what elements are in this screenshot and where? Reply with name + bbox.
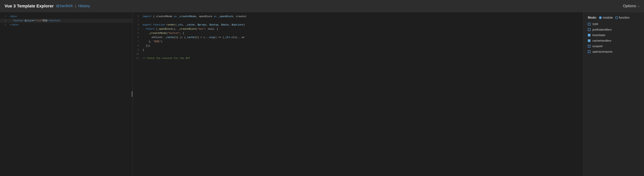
out-num-1: 1 [136, 15, 143, 19]
checkbox-prefixIdentifiers-box [588, 28, 590, 31]
radio-function-circle [615, 16, 618, 19]
radio-module-label: module [603, 16, 613, 19]
checkbox-scopeId[interactable]: scopeId [588, 45, 640, 48]
out-num-6: 6 [136, 35, 143, 40]
checkbox-hoistStatic-box [588, 34, 590, 37]
checkbox-cacheHandlers-box [588, 39, 590, 42]
checkbox-hoistStatic-label: hoistStatic [592, 34, 606, 37]
out-content-9: } [143, 48, 580, 52]
mode-label: Mode: [588, 16, 597, 19]
editor-line-2: 2 <button @click="cli"按钮</button> [0, 19, 133, 23]
history-link[interactable]: History [78, 4, 90, 8]
checkbox-optimizeImports[interactable]: optimizeImports [588, 50, 640, 53]
checkbox-ssr-label: SSR [592, 23, 598, 26]
app-title: Vue 3 Template Explorer [4, 4, 54, 9]
out-content-3: export function render(_ctx, _cache, $pr… [143, 23, 580, 27]
output-line-4: 4 return (_openBlock(), _createBlock("di… [133, 27, 583, 31]
checkbox-prefixIdentifiers-label: prefixIdentifiers [592, 28, 612, 31]
output-pane: 1 import { createVNode as _createVNode, … [133, 12, 583, 176]
output-line-8: 8 ])) [133, 44, 583, 48]
line-content-3: </div> [10, 23, 130, 27]
line-content-1: <div> [10, 15, 130, 19]
out-content-7: }, "按钮") [143, 40, 580, 44]
checkbox-scopeId-box [588, 45, 590, 48]
drag-handle[interactable] [132, 91, 133, 97]
out-num-10: 10 [136, 52, 143, 56]
output-line-7: 7 }, "按钮") [133, 40, 583, 44]
checkbox-ssr[interactable]: SSR [588, 23, 640, 26]
output-line-3: 3 export function render(_ctx, _cache, $… [133, 23, 583, 27]
output-line-6: 6 onClick: _cache[1] || (_cache[1] = (..… [133, 35, 583, 40]
out-content-6: onClick: _cache[1] || (_cache[1] = (...a… [143, 35, 580, 40]
out-num-5: 5 [136, 31, 143, 35]
radio-function-label: function [619, 16, 630, 19]
options-button[interactable]: Options ↘ [623, 4, 640, 8]
editor-line-1: 1 <div> [0, 15, 133, 19]
editor-line-3: 3 </div> [0, 23, 133, 27]
out-num-8: 8 [136, 44, 143, 48]
header-left: Vue 3 Template Explorer @2ae3b26 | Histo… [4, 4, 90, 9]
mode-row: Mode: module function [588, 16, 640, 19]
output-line-5: 5 _createVNode("button", { [133, 31, 583, 35]
output-line-11: 11 // Check the console for the AST [133, 56, 583, 60]
out-content-8: ])) [143, 44, 580, 48]
line-num-3: 3 [3, 23, 10, 27]
commit-link[interactable]: @2ae3b26 [56, 4, 73, 8]
out-num-11: 11 [136, 56, 143, 60]
checkbox-cacheHandlers[interactable]: cacheHandlers [588, 39, 640, 42]
checkbox-optimizeImports-label: optimizeImports [592, 50, 612, 53]
out-content-5: _createVNode("button", { [143, 31, 580, 35]
out-num-2: 2 [136, 19, 143, 23]
radio-module-circle [599, 16, 602, 19]
out-num-3: 3 [136, 23, 143, 27]
checkbox-scopeId-label: scopeId [592, 45, 602, 48]
options-pane: Mode: module function SSR prefixIdentifi… [583, 12, 644, 176]
output-line-2: 2 [133, 19, 583, 23]
checkbox-prefixIdentifiers[interactable]: prefixIdentifiers [588, 28, 640, 31]
output-line-9: 9 } [133, 48, 583, 52]
out-num-9: 9 [136, 48, 143, 52]
options-label: Options [623, 4, 636, 8]
checkbox-ssr-box [588, 23, 590, 26]
out-content-11: // Check the console for the AST [143, 56, 580, 60]
radio-function[interactable]: function [615, 16, 630, 19]
out-content-1: import { createVNode as _createVNode, op… [143, 15, 580, 19]
header-separator: | [75, 4, 76, 8]
editor-pane[interactable]: 1 <div> 2 <button @click="cli"按钮</button… [0, 12, 133, 176]
line-content-2: <button @click="cli"按钮</button> [10, 19, 130, 23]
chevron-icon: ↘ [637, 5, 640, 8]
header: Vue 3 Template Explorer @2ae3b26 | Histo… [0, 0, 644, 12]
output-line-1: 1 import { createVNode as _createVNode, … [133, 15, 583, 19]
line-num-2: 2 [3, 19, 10, 23]
out-num-7: 7 [136, 40, 143, 44]
checkbox-cacheHandlers-label: cacheHandlers [592, 39, 611, 42]
main-content: 1 <div> 2 <button @click="cli"按钮</button… [0, 12, 644, 176]
out-content-4: return (_openBlock(), _createBlock("div"… [143, 27, 580, 31]
out-num-4: 4 [136, 27, 143, 31]
output-line-10: 10 [133, 52, 583, 56]
checkbox-hoistStatic[interactable]: hoistStatic [588, 34, 640, 37]
checkbox-optimizeImports-box [588, 50, 590, 53]
radio-module[interactable]: module [599, 16, 613, 19]
line-num-1: 1 [3, 15, 10, 19]
